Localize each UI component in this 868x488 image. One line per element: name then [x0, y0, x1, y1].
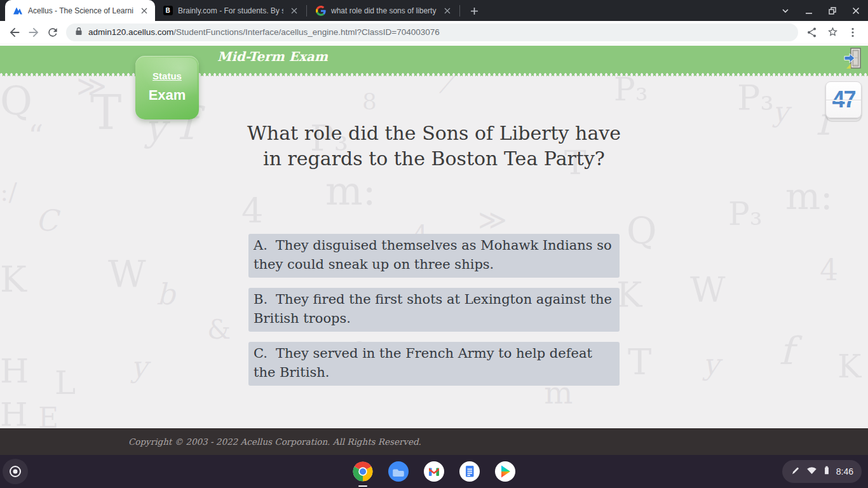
brainly-favicon-icon: B — [163, 6, 173, 16]
browser-menu-icon[interactable] — [843, 23, 863, 42]
answer-option-b[interactable]: B.They fired the first shots at Lexingto… — [248, 288, 620, 332]
background-glyph: P₃ — [614, 74, 648, 105]
background-glyph: H — [0, 355, 29, 388]
answer-letter: C. — [254, 346, 268, 361]
background-glyph: K — [837, 351, 861, 383]
wifi-icon — [806, 466, 817, 477]
launcher-button[interactable] — [3, 459, 28, 484]
answer-text: They disguised themselves as Mohawk Indi… — [254, 238, 612, 272]
window-controls — [778, 0, 863, 21]
bookmark-star-icon[interactable] — [822, 23, 843, 42]
address-bar[interactable]: admin120.acellus.com/StudentFunctions/In… — [66, 24, 798, 41]
background-glyph: W — [690, 273, 726, 308]
tab-close-icon[interactable] — [139, 5, 150, 17]
chromeos-screen: Acellus - The Science of Learning B Brai… — [0, 0, 868, 488]
status-badge-label: Status — [135, 71, 199, 81]
back-button[interactable] — [5, 23, 24, 42]
status-badge[interactable]: Status Exam — [135, 56, 199, 119]
share-icon[interactable] — [802, 23, 822, 42]
answer-option-a[interactable]: A.They disguised themselves as Mohawk In… — [248, 234, 620, 278]
shelf-app-icons — [353, 461, 515, 482]
answer-letter: A. — [254, 238, 268, 253]
lock-icon — [75, 27, 83, 38]
acellus-favicon-icon — [13, 6, 23, 16]
chromeos-shelf: 8:46 — [0, 455, 868, 488]
exam-header-bar — [0, 46, 868, 73]
background-glyph: K — [616, 278, 642, 313]
background-glyph: K — [0, 262, 27, 297]
answer-option-c[interactable]: C.They served in the French Army to help… — [248, 342, 620, 386]
answer-list: A.They disguised themselves as Mohawk In… — [248, 234, 620, 386]
url-text: admin120.acellus.com/StudentFunctions/In… — [88, 27, 440, 37]
problem-counter: 47 — [825, 81, 862, 118]
background-glyph: 4 — [241, 194, 263, 229]
background-glyph: 8 — [362, 90, 377, 113]
background-glyph: 4 — [820, 255, 838, 285]
status-badge-value: Exam — [135, 87, 199, 104]
background-glyph: :/ — [0, 179, 17, 205]
header-zigzag-edge — [0, 73, 868, 77]
battery-icon — [824, 465, 830, 478]
background-glyph: W — [108, 255, 146, 292]
acellus-exam-page: ≫QTyf“:/P₃m:48KWb#C&CsLHy⁄T≫P₃P₃yfQP₃m:K… — [0, 43, 868, 455]
status-tray[interactable]: 8:46 — [782, 460, 862, 483]
reload-button[interactable] — [43, 23, 62, 42]
tab-google-search[interactable]: what role did the sons of liberty — [308, 0, 458, 21]
page-footer: Copyright © 2003 - 2022 Acellus Corporat… — [0, 428, 868, 455]
new-tab-button[interactable] — [465, 2, 483, 20]
background-glyph: ≫ — [478, 206, 507, 234]
gmail-icon[interactable] — [424, 461, 444, 482]
google-docs-icon[interactable] — [459, 461, 480, 482]
play-store-icon[interactable] — [495, 461, 515, 482]
files-app-icon[interactable] — [388, 461, 409, 482]
background-glyph: y — [703, 349, 719, 379]
chrome-icon[interactable] — [353, 461, 373, 482]
problem-number: 47 — [826, 82, 861, 118]
background-glyph: & — [207, 316, 231, 343]
tab-title: Brainly.com - For students. By st — [178, 6, 283, 15]
google-favicon-icon — [316, 6, 326, 16]
tab-acellus[interactable]: Acellus - The Science of Learning — [5, 0, 155, 21]
chrome-active-indicator — [358, 485, 367, 487]
background-glyph: T — [628, 344, 651, 380]
background-glyph: P₃ — [728, 198, 763, 230]
chevron-down-icon[interactable] — [778, 4, 792, 18]
background-glyph: b — [156, 280, 175, 309]
background-glyph: m: — [325, 172, 376, 211]
answer-letter: B. — [254, 292, 268, 307]
close-button[interactable] — [849, 4, 863, 18]
minimize-button[interactable] — [802, 4, 816, 18]
stylus-icon — [790, 466, 800, 478]
tab-close-icon[interactable] — [442, 5, 453, 17]
question-text: What role did the Sons of Liberty have i… — [243, 121, 625, 172]
background-glyph: Q — [627, 212, 657, 249]
background-glyph: y — [773, 98, 789, 126]
background-glyph: “ — [28, 121, 44, 151]
background-glyph: m: — [785, 178, 833, 215]
tab-close-icon[interactable] — [288, 5, 300, 17]
tab-separator — [306, 5, 307, 17]
answer-text: They fired the first shots at Lexington … — [254, 292, 612, 326]
copyright-text: Copyright © 2003 - 2022 Acellus Corporat… — [128, 437, 421, 447]
tab-brainly[interactable]: B Brainly.com - For students. By st — [155, 0, 305, 21]
restore-button[interactable] — [825, 4, 839, 18]
background-glyph: H — [0, 399, 28, 431]
tab-separator — [459, 5, 460, 17]
answer-text: They served in the French Army to help d… — [254, 346, 592, 380]
background-glyph: f — [779, 332, 793, 370]
tab-title: what role did the sons of liberty — [331, 6, 437, 15]
background-glyph: Q — [0, 81, 32, 121]
background-glyph: P₃ — [737, 81, 774, 116]
background-glyph: L — [55, 367, 76, 399]
exam-title: Mid-Term Exam — [217, 49, 328, 64]
clock-time: 8:46 — [836, 466, 853, 477]
browser-toolbar: admin120.acellus.com/StudentFunctions/In… — [0, 21, 868, 43]
background-glyph: y — [131, 352, 147, 381]
forward-button[interactable] — [24, 23, 43, 42]
exit-door-icon[interactable] — [844, 47, 863, 72]
tab-strip: Acellus - The Science of Learning B Brai… — [0, 0, 868, 21]
tab-title: Acellus - The Science of Learning — [28, 6, 133, 15]
background-glyph: T — [90, 89, 121, 136]
background-glyph: C — [36, 206, 58, 235]
